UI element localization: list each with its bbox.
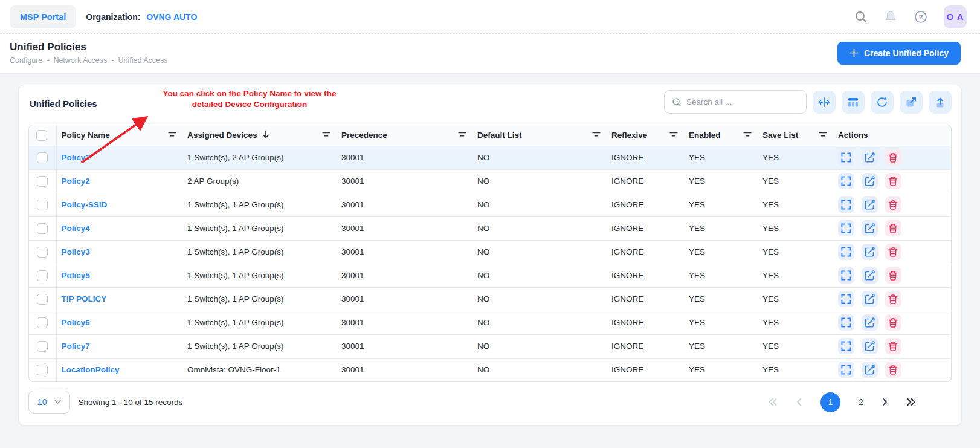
- view-details-button[interactable]: [838, 196, 854, 213]
- breadcrumb-item-configure[interactable]: Configure: [10, 56, 42, 65]
- row-checkbox[interactable]: [37, 176, 48, 187]
- page-number-1[interactable]: 1: [820, 392, 840, 412]
- row-checkbox[interactable]: [37, 200, 48, 210]
- row-checkbox[interactable]: [37, 317, 48, 328]
- organization-value-link[interactable]: OVNG AUTO: [146, 12, 197, 22]
- row-checkbox[interactable]: [37, 341, 48, 352]
- view-details-button[interactable]: [838, 149, 854, 166]
- page-number-2[interactable]: 2: [859, 397, 863, 407]
- upload-button[interactable]: [929, 91, 952, 114]
- svg-text:?: ?: [918, 13, 923, 21]
- delete-button[interactable]: [885, 173, 901, 189]
- edit-button[interactable]: [862, 362, 878, 378]
- policy-name-link[interactable]: Policy6: [62, 318, 90, 327]
- filter-icon[interactable]: [669, 131, 678, 140]
- avatar[interactable]: O A: [944, 5, 967, 28]
- trash-icon: [888, 341, 898, 352]
- column-header-precedence[interactable]: Precedence: [337, 125, 472, 146]
- columns-button[interactable]: [842, 91, 865, 114]
- edit-button[interactable]: [862, 244, 878, 260]
- help-icon[interactable]: ?: [914, 10, 928, 24]
- edit-button[interactable]: [862, 291, 878, 307]
- filter-icon[interactable]: [819, 131, 827, 140]
- row-checkbox[interactable]: [37, 247, 48, 258]
- policy-name-link[interactable]: Policy2: [62, 177, 90, 186]
- edit-button[interactable]: [862, 338, 878, 354]
- column-header-assigned-devices[interactable]: Assigned Devices: [182, 125, 337, 146]
- reflexive-cell: IGNORE: [607, 264, 684, 287]
- first-page-button[interactable]: [767, 398, 778, 406]
- view-details-button[interactable]: [838, 244, 854, 260]
- delete-button[interactable]: [885, 244, 901, 260]
- page-size-select[interactable]: 10: [28, 391, 70, 414]
- delete-button[interactable]: [885, 314, 901, 331]
- default-list-cell: NO: [472, 240, 607, 264]
- filter-icon[interactable]: [592, 131, 601, 140]
- delete-button[interactable]: [885, 149, 901, 166]
- delete-button[interactable]: [885, 338, 901, 354]
- select-all-checkbox[interactable]: [36, 130, 47, 141]
- edit-button[interactable]: [862, 267, 878, 284]
- previous-page-button[interactable]: [796, 398, 802, 406]
- policy-name-link[interactable]: Policy7: [62, 342, 90, 351]
- view-details-button[interactable]: [838, 220, 854, 236]
- policy-name-link[interactable]: Policy3: [62, 247, 90, 256]
- view-details-button[interactable]: [838, 173, 854, 189]
- notifications-bell-icon[interactable]: [883, 10, 898, 24]
- delete-button[interactable]: [885, 220, 901, 236]
- edit-button[interactable]: [862, 220, 878, 236]
- column-header-enabled[interactable]: Enabled: [684, 125, 758, 146]
- row-checkbox[interactable]: [37, 365, 48, 375]
- precedence-cell: 30001: [337, 216, 472, 240]
- fit-columns-button[interactable]: [813, 91, 836, 114]
- policy-name-link[interactable]: Policy5: [62, 271, 90, 280]
- delete-button[interactable]: [885, 362, 901, 378]
- delete-button[interactable]: [885, 291, 901, 307]
- column-header-policy-name[interactable]: Policy Name: [56, 125, 182, 146]
- view-details-button[interactable]: [838, 338, 854, 354]
- row-checkbox[interactable]: [37, 294, 48, 305]
- breadcrumb-item-network-access[interactable]: Network Access: [53, 56, 107, 65]
- column-header-save-list[interactable]: Save List: [758, 125, 833, 146]
- search-icon[interactable]: [854, 10, 868, 24]
- policy-name-link[interactable]: Policy4: [62, 224, 90, 233]
- column-header-default-list[interactable]: Default List: [472, 125, 607, 146]
- sort-desc-icon[interactable]: [262, 130, 269, 140]
- delete-button[interactable]: [885, 196, 901, 213]
- next-page-button[interactable]: [882, 398, 888, 406]
- create-unified-policy-button[interactable]: Create Unified Policy: [837, 42, 961, 65]
- view-details-button[interactable]: [838, 291, 854, 307]
- trash-icon: [888, 200, 898, 210]
- filter-icon[interactable]: [458, 131, 466, 140]
- policy-name-link[interactable]: LocationPolicy: [62, 365, 120, 374]
- filter-icon[interactable]: [168, 131, 176, 140]
- edit-button[interactable]: [862, 173, 878, 189]
- row-checkbox[interactable]: [37, 223, 48, 234]
- view-details-button[interactable]: [838, 362, 854, 378]
- policy-name-link[interactable]: Policy-SSID: [62, 200, 108, 209]
- refresh-button[interactable]: [871, 91, 894, 114]
- breadcrumb-item-unified-access[interactable]: Unified Access: [118, 56, 167, 65]
- edit-button[interactable]: [862, 196, 878, 213]
- column-header-reflexive[interactable]: Reflexive: [607, 125, 684, 146]
- row-checkbox[interactable]: [37, 152, 48, 163]
- policy-name-link[interactable]: Policy1: [62, 153, 90, 162]
- edit-button[interactable]: [862, 149, 878, 166]
- delete-button[interactable]: [885, 267, 901, 284]
- last-page-button[interactable]: [906, 398, 917, 406]
- view-details-button[interactable]: [838, 314, 854, 331]
- export-button[interactable]: [900, 91, 923, 114]
- filter-icon[interactable]: [743, 131, 752, 140]
- trash-icon: [888, 317, 898, 328]
- search-all-input[interactable]: [686, 97, 799, 106]
- policy-name-link[interactable]: TIP POLICY: [62, 294, 107, 304]
- msp-portal-button[interactable]: MSP Portal: [10, 5, 76, 28]
- edit-icon: [864, 176, 875, 187]
- edit-icon: [864, 365, 875, 375]
- edit-button[interactable]: [862, 314, 878, 331]
- filter-icon[interactable]: [322, 131, 330, 140]
- row-checkbox[interactable]: [37, 270, 48, 281]
- view-details-button[interactable]: [838, 267, 854, 284]
- save-list-cell: YES: [758, 146, 833, 169]
- page-header: Unified Policies Configure - Network Acc…: [0, 34, 980, 74]
